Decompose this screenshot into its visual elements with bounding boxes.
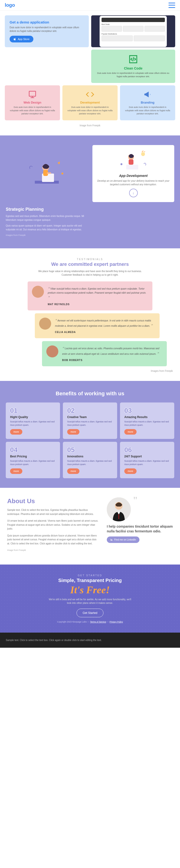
clean-title: Clean Code (96, 66, 171, 70)
testimonial-card: ❝ Lacinia quis vel eros donec ac odio. P… (42, 341, 167, 366)
testimonials-section: TESTIMONIALS We are committed expert par… (0, 248, 180, 381)
terms-link[interactable]: Terms of Service (90, 621, 106, 623)
benefit-title: Hight Quality (10, 415, 56, 419)
testimonials-sub: We place huge value in strong relationsh… (35, 270, 145, 277)
testimonial-card: ❝ Aenean vel elit scelerisque mauris pel… (35, 313, 159, 339)
trio-title-0: Web Design (9, 101, 55, 104)
man-illustration (97, 150, 170, 172)
strategic-p2: Quis varius quam quisque id diam vel qua… (6, 224, 88, 231)
testimonial-quote: ❝ Aenean vel elit scelerisque mauris pel… (55, 318, 155, 329)
about-title: About Us (7, 497, 99, 505)
app-dev-desc: Develop an on-demand app for your delive… (97, 179, 170, 186)
arrow-down-icon[interactable]: ↓ (129, 189, 138, 197)
testimonial-name: MAT REYNOLDS (48, 303, 69, 306)
strategic-p1: Egestas sed sed risus pretium. Bibendum … (6, 214, 88, 222)
more-button[interactable]: more (67, 429, 80, 435)
trio-desc-2: Duis aute irure dolor in reprehenderit i… (125, 106, 171, 116)
branding-card: Branding Duis aute irure dolor in repreh… (120, 85, 175, 120)
about-section: About Us Sample text. Click to select th… (0, 488, 180, 564)
strategic-credit: Images from Freepik (6, 234, 88, 237)
phone-label-deals: Best Deals (101, 24, 165, 25)
copyright: Copyright 2023 Nicepage Labs — Terms of … (6, 621, 174, 623)
testimonial-card: ❝ Vitae suscipit tellus mauris a diam. E… (28, 281, 152, 310)
get-started-button[interactable]: Get Started (77, 609, 103, 617)
demo-card: Get a demo application Duis aute irure d… (5, 16, 89, 47)
about-p1: Sample text. Click to select the text bo… (7, 508, 99, 516)
benefit-card: 05 Innovations Suscipit tellus mauris a … (63, 442, 117, 478)
pricing-free: It's Free! (6, 584, 174, 596)
about-avatar (107, 497, 131, 521)
phone-mockup: Best Deals Popular Destinations (91, 16, 175, 47)
more-button[interactable]: more (124, 468, 137, 474)
woman-illustration (6, 156, 88, 191)
app-dev-card: App Development Develop an on-demand app… (92, 145, 174, 202)
clean-desc: Duis aute irure dolor in reprehenderit i… (96, 72, 171, 78)
svg-point-6 (61, 173, 63, 175)
hero-section: Get a demo application Duis aute irure d… (0, 10, 180, 135)
more-button[interactable]: more (10, 468, 22, 474)
benefit-title: Innovations (67, 455, 113, 458)
testimonial-name: CELIA ALMEDA (55, 331, 76, 334)
svg-point-10 (141, 152, 145, 156)
megaphone-icon (143, 90, 152, 99)
benefit-card: 03 Amazing Results Suscipit tellus mauri… (120, 402, 174, 439)
phone-label-popular: Popular Destinations (101, 33, 165, 35)
clean-code-card: Clean Code Duis aute irure dolor in repr… (91, 50, 175, 83)
trio-title-2: Branding (125, 101, 171, 104)
more-button[interactable]: more (124, 429, 137, 435)
privacy-link[interactable]: Privacy Policy (110, 621, 123, 623)
avatar (32, 286, 44, 298)
benefit-desc: Suscipit tellus mauris a diam. Egestas s… (124, 460, 170, 466)
benefit-num: 04 (10, 446, 56, 454)
benefit-card: 02 Creative Team Suscipit tellus mauris … (63, 402, 117, 439)
benefits-section: Benefits of working with us 01 Hight Qua… (0, 381, 180, 488)
quote-mark-icon: " (133, 497, 137, 503)
benefit-title: Amazing Results (124, 415, 170, 419)
benefits-title: Benefits of working with us (6, 391, 174, 397)
benefit-num: 01 (10, 407, 56, 414)
benefit-desc: Suscipit tellus mauris a diam. Egestas s… (10, 460, 56, 466)
benefit-card: 01 Hight Quality Suscipit tellus mauris … (6, 402, 60, 439)
benefit-desc: Suscipit tellus mauris a diam. Egestas s… (67, 460, 113, 466)
benefit-num: 03 (124, 407, 170, 414)
design-icon (28, 90, 37, 99)
footer-text: Sample text. Click to select the text bo… (6, 638, 174, 642)
benefit-desc: Suscipit tellus mauris a diam. Egestas s… (67, 420, 113, 427)
strategic-text: Strategic Planning Egestas sed sed risus… (6, 207, 88, 239)
trio-desc-0: Duis aute irure dolor in reprehenderit i… (9, 106, 55, 116)
footer: Sample text. Click to select the text bo… (0, 632, 180, 648)
benefit-card: 04 Best Pricing Suscipit tellus mauris a… (6, 442, 60, 478)
more-button[interactable]: more (67, 468, 80, 474)
web-design-card: Web Design Duis aute irure dolor in repr… (5, 85, 60, 120)
trio-title-1: Development (67, 101, 113, 104)
demo-title: Get a demo application (9, 20, 84, 24)
svg-rect-9 (126, 165, 138, 169)
testimonial-name: BOB ROBERTS (62, 359, 83, 362)
more-button[interactable]: more (10, 429, 22, 435)
menu-icon[interactable] (169, 3, 175, 8)
benefit-num: 02 (67, 407, 113, 414)
avatar (39, 318, 51, 330)
development-card: Development Duis aute irure dolor in rep… (62, 85, 118, 120)
strategic-title: Strategic Planning (6, 207, 88, 212)
testimonials-credit: Images from Freepik (7, 366, 173, 376)
benefit-title: Creative Team (67, 415, 113, 419)
apple-icon (13, 38, 16, 40)
linkedin-button[interactable]: Find me on LinkedIn (107, 536, 140, 543)
app-dev-title: App Development (97, 174, 170, 178)
linkedin-icon (110, 538, 113, 541)
testimonials-tag: TESTIMONIALS (7, 258, 173, 260)
pricing-desc: We're still in beta and we will be for a… (47, 598, 133, 605)
demo-desc: Duis aute irure dolor in reprehenderit i… (9, 26, 84, 33)
benefit-num: 05 (67, 446, 113, 454)
testimonials-title: We are committed expert partners (7, 261, 173, 267)
logo[interactable]: logo (5, 2, 15, 8)
benefit-title: Best Pricing (10, 455, 56, 458)
svg-point-11 (120, 163, 122, 165)
benefit-num: 06 (124, 446, 170, 454)
pricing-section: GET STARTED Simple, Transparent Pricing … (0, 564, 180, 632)
testimonial-quote: ❝ Lacinia quis vel eros donec ac odio. P… (62, 345, 162, 356)
avatar (46, 345, 58, 358)
about-credit: Image from Freepik (7, 549, 99, 552)
app-store-button[interactable]: App Store (9, 36, 33, 42)
